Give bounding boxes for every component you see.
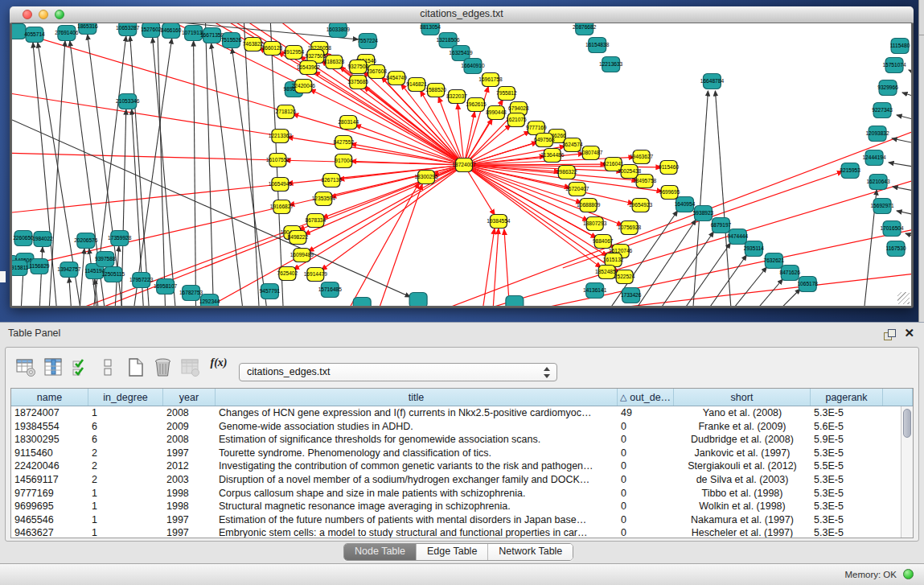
table-cell[interactable]: 0 [618,526,674,538]
table-cell[interactable]: 0 [618,433,674,447]
table-cell[interactable]: Wolkin et al. (1998) [674,500,811,513]
table-cell[interactable]: 0 [618,447,674,460]
scrollbar-thumb[interactable] [903,409,911,438]
network-canvas[interactable]: 4055714276914061865316106532871527602846… [11,23,912,307]
table-cell[interactable]: 2 [88,459,163,473]
table-cell[interactable]: 18300295 [11,433,88,447]
table-cell[interactable]: 9699695 [11,500,88,513]
table-cell[interactable]: 9777169 [11,487,88,501]
table-cell[interactable]: Stergiakouli et al. (2012) [674,459,811,473]
table-cell[interactable]: 0 [618,487,674,501]
table-cell[interactable]: Estimation of the future numbers of pati… [216,513,618,527]
select-all-icon[interactable] [70,356,92,378]
table-cell[interactable]: 5.3E-5 [811,500,883,513]
table-cell[interactable]: 2 [88,473,163,487]
table-cell[interactable]: Yano et al. (2008) [674,406,811,420]
table-cell[interactable]: 1997 [163,513,216,527]
table-cell[interactable]: 0 [618,473,674,487]
table-row[interactable]: 911546021997Tourette syndrome. Phenomeno… [11,447,901,460]
resize-grip[interactable] [897,292,910,304]
table-cell[interactable]: 9463627 [11,526,88,538]
table-cell[interactable]: 5.5E-5 [811,459,883,473]
table-cell[interactable]: 18724007 [11,406,88,420]
column-header-short[interactable]: short [674,389,811,406]
delete-column-icon[interactable] [152,356,174,378]
table-cell[interactable]: Disruption of a novel member of a sodium… [216,473,618,487]
table-cell[interactable]: 5.3E-5 [811,513,883,527]
table-cell[interactable]: Estimation of significance thresholds fo… [216,433,618,447]
table-row[interactable]: 946362711997Embryonic stem cells: a mode… [11,526,901,538]
table-cell[interactable]: 19384554 [11,420,88,434]
table-cell[interactable]: 14569117 [11,473,88,487]
network-node[interactable] [353,298,371,307]
column-header-out_de[interactable]: △out_de… [618,389,674,406]
table-cell[interactable]: 5.3E-5 [811,447,883,460]
table-cell[interactable]: 6 [88,420,163,434]
table-cell[interactable]: 2003 [163,473,216,487]
table-row[interactable]: 1872400712008Changes of HCN gene express… [11,406,901,420]
tab-edge-table[interactable]: Edge Table [416,544,487,560]
table-cell[interactable]: 1997 [163,526,216,538]
table-cell[interactable]: 5.3E-5 [811,406,883,420]
table-cell[interactable]: 2 [88,447,163,460]
table-cell[interactable]: 1 [88,513,163,527]
table-cell[interactable]: 1 [88,526,163,538]
table-cell[interactable]: Tibbo et al. (1998) [674,487,811,501]
show-columns-icon[interactable] [43,356,64,378]
table-row[interactable]: 2242004622012Investigating the contribut… [11,459,901,473]
table-cell[interactable]: 0 [618,513,674,527]
table-cell[interactable]: Hescheler et al. (1997) [674,526,811,538]
table-cell[interactable]: Structural magnetic resonance image aver… [216,500,618,513]
table-cell[interactable]: 1 [88,487,163,501]
table-cell[interactable]: 9115460 [11,447,88,460]
network-node[interactable] [506,296,524,307]
table-cell[interactable]: Nakamura et al. (1997) [674,513,811,527]
table-cell[interactable]: 49 [618,406,674,420]
table-cell[interactable]: de Silva et al. (2003) [674,473,811,487]
table-cell[interactable]: 1998 [163,487,216,501]
table-cell[interactable]: 2009 [163,420,216,434]
table-row[interactable]: 977716911998Corpus callosum shape and si… [11,487,901,501]
table-cell[interactable]: 0 [618,420,674,434]
close-icon[interactable]: ✕ [904,326,914,340]
table-cell[interactable]: Genome-wide association studies in ADHD. [216,420,618,434]
table-row[interactable]: 946554611997Estimation of the future num… [11,513,901,527]
network-node[interactable] [409,293,427,307]
table-cell[interactable]: 5.3E-5 [811,487,883,501]
tab-node-table[interactable]: Node Table [344,544,416,560]
column-header-in_degree[interactable]: in_degree [88,389,163,406]
table-cell[interactable]: Jankovic et al. (1997) [674,447,811,460]
table-row[interactable]: 1456911722003Disruption of a novel membe… [11,473,901,487]
table-cell[interactable]: Investigating the contribution of common… [216,459,618,473]
tab-network-table[interactable]: Network Table [487,544,573,560]
column-header-pagerank[interactable]: pagerank [811,389,883,406]
table-cell[interactable]: 1998 [163,500,216,513]
table-cell[interactable]: Embryonic stem cells: a model to study s… [216,526,618,538]
table-cell[interactable]: Tourette syndrome. Phenomenology and cla… [216,447,618,460]
table-cell[interactable]: 5.3E-5 [811,473,883,487]
unselect-rows-icon[interactable] [97,356,119,378]
table-cell[interactable]: 9465546 [11,513,88,527]
table-cell[interactable]: Franke et al. (2009) [674,420,811,434]
table-cell[interactable]: Dudbridge et al. (2008) [674,433,811,447]
window-titlebar[interactable]: citations_edges.txt [10,6,914,23]
table-cell[interactable]: 1 [88,500,163,513]
table-cell[interactable]: 1997 [163,447,216,460]
column-header-name[interactable]: name [11,389,88,406]
table-cell[interactable]: 2008 [163,406,216,420]
vertical-scrollbar[interactable] [901,406,913,538]
table-row[interactable]: 969969511998Structural magnetic resonanc… [11,500,901,513]
function-builder-icon[interactable]: f(x) [207,356,231,378]
table-row[interactable]: 1938455462009Genome-wide association stu… [11,420,901,434]
table-cell[interactable]: 2008 [163,433,216,447]
table-cell[interactable]: 5.3E-5 [811,526,883,538]
table-cell[interactable]: 5.6E-5 [811,420,883,434]
float-panel-icon[interactable] [884,329,895,340]
table-row[interactable]: 1830029562008Estimation of significance … [11,433,901,447]
table-cell[interactable]: 6 [88,433,163,447]
table-cell[interactable]: Changes of HCN gene expression and I(f) … [216,406,618,420]
table-cell[interactable]: 0 [618,459,674,473]
table-cell[interactable]: 5.9E-5 [811,433,883,447]
table-cell[interactable]: 0 [618,500,674,513]
table-selector-dropdown[interactable]: citations_edges.txt [239,363,557,381]
